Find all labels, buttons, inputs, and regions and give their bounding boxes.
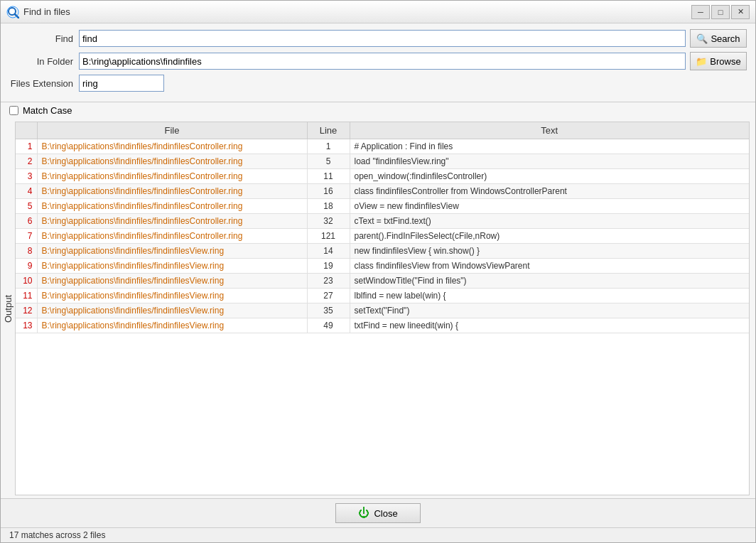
cell-text: parent().FindInFilesSelect(cFile,nRow) [350, 229, 749, 244]
header-line: Line [307, 122, 350, 139]
browse-button-label: Browse [710, 56, 740, 67]
extension-label: Files Extension [9, 78, 73, 89]
match-case-label[interactable]: Match Case [23, 105, 72, 116]
close-window-button[interactable]: ✕ [731, 5, 750, 19]
cell-num: 3 [16, 169, 37, 184]
close-icon: ⏻ [358, 507, 369, 520]
header-file: File [37, 122, 307, 139]
cell-text: lblfind = new label(win) { [350, 289, 749, 303]
cell-num: 1 [16, 139, 37, 154]
cell-file: B:\ring\applications\findinfiles/findinf… [37, 199, 307, 214]
table-row[interactable]: 12B:\ring\applications\findinfiles/findi… [16, 303, 749, 318]
title-bar: Find in files ─ □ ✕ [1, 1, 755, 23]
cell-line: 19 [307, 259, 350, 274]
cell-num: 9 [16, 259, 37, 274]
cell-file: B:\ring\applications\findinfiles/findinf… [37, 139, 307, 154]
table-row[interactable]: 7B:\ring\applications\findinfiles/findin… [16, 229, 749, 244]
browse-button[interactable]: 📁 Browse [690, 52, 747, 70]
cell-num: 2 [16, 154, 37, 169]
main-window: Find in files ─ □ ✕ Find 🔍 Search In Fol… [0, 0, 756, 543]
cell-file: B:\ring\applications\findinfiles/findinf… [37, 169, 307, 184]
maximize-button[interactable]: □ [711, 5, 730, 19]
table-row[interactable]: 9B:\ring\applications\findinfiles/findin… [16, 259, 749, 274]
cell-line: 18 [307, 199, 350, 214]
results-tbody: 1B:\ring\applications\findinfiles/findin… [16, 139, 749, 333]
match-case-checkbox[interactable] [9, 106, 18, 115]
folder-input[interactable] [79, 53, 686, 70]
window-title: Find in files [23, 6, 691, 17]
table-header-row: File Line Text [16, 122, 749, 139]
cell-line: 49 [307, 318, 350, 333]
cell-text: oView = new findinfilesView [350, 199, 749, 214]
folder-row: In Folder 📁 Browse [9, 52, 747, 70]
table-row[interactable]: 5B:\ring\applications\findinfiles/findin… [16, 199, 749, 214]
cell-num: 12 [16, 303, 37, 318]
cell-line: 121 [307, 229, 350, 244]
table-row[interactable]: 6B:\ring\applications\findinfiles/findin… [16, 214, 749, 229]
cell-file: B:\ring\applications\findinfiles/findinf… [37, 289, 307, 303]
cell-num: 10 [16, 274, 37, 289]
cell-file: B:\ring\applications\findinfiles/findinf… [37, 229, 307, 244]
content-area: Output File Line Text 1B:\ring\applicati… [1, 119, 755, 498]
table-row[interactable]: 10B:\ring\applications\findinfiles/findi… [16, 274, 749, 289]
cell-line: 1 [307, 139, 350, 154]
cell-text: class findinfilesController from Windows… [350, 184, 749, 199]
cell-line: 27 [307, 289, 350, 303]
cell-file: B:\ring\applications\findinfiles/findinf… [37, 154, 307, 169]
cell-file: B:\ring\applications\findinfiles/findinf… [37, 303, 307, 318]
status-text: 17 matches across 2 files [9, 530, 105, 540]
header-num [16, 122, 37, 139]
find-label: Find [9, 33, 73, 44]
cell-line: 16 [307, 184, 350, 199]
extension-input[interactable] [79, 75, 164, 92]
close-button-label: Close [374, 508, 397, 519]
cell-line: 14 [307, 244, 350, 259]
cell-num: 5 [16, 199, 37, 214]
cell-file: B:\ring\applications\findinfiles/findinf… [37, 214, 307, 229]
cell-line: 23 [307, 274, 350, 289]
cell-file: B:\ring\applications\findinfiles/findinf… [37, 274, 307, 289]
minimize-button[interactable]: ─ [691, 5, 710, 19]
table-row[interactable]: 13B:\ring\applications\findinfiles/findi… [16, 318, 749, 333]
cell-text: new findinfilesView { win.show() } [350, 244, 749, 259]
search-button[interactable]: 🔍 Search [690, 29, 747, 48]
match-case-row: Match Case [1, 102, 755, 119]
cell-line: 11 [307, 169, 350, 184]
header-text: Text [350, 122, 749, 139]
close-button[interactable]: ⏻ Close [335, 503, 421, 523]
footer-area: ⏻ Close [1, 498, 755, 527]
cell-num: 13 [16, 318, 37, 333]
cell-file: B:\ring\applications\findinfiles/findinf… [37, 259, 307, 274]
table-row[interactable]: 8B:\ring\applications\findinfiles/findin… [16, 244, 749, 259]
status-bar: 17 matches across 2 files [1, 527, 755, 542]
cell-num: 4 [16, 184, 37, 199]
cell-text: setWindowTitle("Find in files") [350, 274, 749, 289]
find-input[interactable] [79, 30, 686, 47]
browse-icon: 📁 [696, 56, 707, 67]
cell-text: # Application : Find in files [350, 139, 749, 154]
cell-num: 7 [16, 229, 37, 244]
search-button-label: Search [711, 33, 740, 44]
window-controls: ─ □ ✕ [691, 5, 750, 19]
cell-line: 32 [307, 214, 350, 229]
cell-line: 35 [307, 303, 350, 318]
table-row[interactable]: 11B:\ring\applications\findinfiles/findi… [16, 289, 749, 303]
results-table-wrapper[interactable]: File Line Text 1B:\ring\applications\fin… [15, 122, 750, 495]
table-row[interactable]: 4B:\ring\applications\findinfiles/findin… [16, 184, 749, 199]
cell-file: B:\ring\applications\findinfiles/findinf… [37, 318, 307, 333]
table-row[interactable]: 3B:\ring\applications\findinfiles/findin… [16, 169, 749, 184]
folder-label: In Folder [9, 56, 73, 67]
form-area: Find 🔍 Search In Folder 📁 Browse Files E… [1, 23, 755, 102]
extension-row: Files Extension [9, 75, 747, 92]
cell-num: 8 [16, 244, 37, 259]
cell-text: cText = txtFind.text() [350, 214, 749, 229]
cell-text: load "findinfilesView.ring" [350, 154, 749, 169]
cell-text: class findinfilesView from WindowsViewPa… [350, 259, 749, 274]
cell-line: 5 [307, 154, 350, 169]
table-row[interactable]: 2B:\ring\applications\findinfiles/findin… [16, 154, 749, 169]
output-label: Output [1, 119, 15, 498]
cell-text: txtFind = new lineedit(win) { [350, 318, 749, 333]
results-table: File Line Text 1B:\ring\applications\fin… [16, 122, 749, 333]
window-icon [6, 6, 19, 18]
table-row[interactable]: 1B:\ring\applications\findinfiles/findin… [16, 139, 749, 154]
